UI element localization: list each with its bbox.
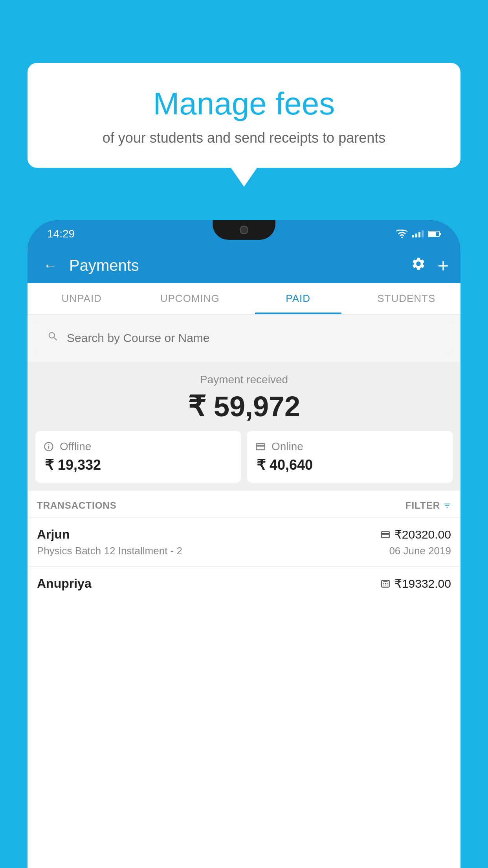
online-amount: ₹ 40,640	[255, 457, 445, 473]
status-icons	[396, 230, 441, 238]
transactions-label: TRANSACTIONS	[37, 500, 117, 511]
svg-rect-1	[429, 232, 436, 236]
offline-icon	[43, 441, 54, 452]
back-button[interactable]: ←	[39, 253, 61, 278]
notch	[213, 220, 275, 240]
offline-card: Offline ₹ 19,332	[35, 431, 241, 483]
top-bar: ← Payments +	[28, 248, 460, 283]
transaction-course: Physics Batch 12 Installment - 2	[37, 545, 182, 557]
online-label: Online	[272, 440, 303, 453]
filter-button[interactable]: FILTER	[405, 500, 451, 511]
transactions-header: TRANSACTIONS FILTER	[28, 491, 460, 517]
transaction-row[interactable]: Anupriya ₹19332.00	[28, 566, 460, 603]
offline-amount: ₹ 19,332	[43, 457, 233, 473]
add-button[interactable]: +	[438, 255, 449, 276]
payment-cards: Offline ₹ 19,332 Online ₹ 40,640	[35, 431, 453, 483]
search-bar[interactable]	[35, 322, 453, 354]
tab-paid[interactable]: PAID	[244, 283, 352, 314]
tab-upcoming[interactable]: UPCOMING	[136, 283, 244, 314]
battery-icon	[428, 230, 441, 237]
transaction-amount: ₹19332.00	[380, 577, 451, 590]
transaction-row[interactable]: Arjun ₹20320.00 Physics Batch 12 Install…	[28, 517, 460, 566]
settings-icon[interactable]	[411, 256, 426, 275]
transaction-date: 06 June 2019	[389, 545, 451, 557]
offline-payment-icon	[380, 579, 391, 589]
tab-students[interactable]: STUDENTS	[352, 283, 461, 314]
online-icon	[255, 441, 266, 452]
top-bar-actions: +	[411, 255, 449, 276]
tab-unpaid[interactable]: UNPAID	[28, 283, 136, 314]
card-payment-icon	[380, 530, 391, 540]
bubble-title: Manage fees	[47, 86, 441, 121]
status-bar: 14:29	[28, 220, 460, 248]
payment-received-label: Payment received	[35, 373, 453, 386]
search-input[interactable]	[67, 331, 441, 345]
app-content: ← Payments + UNPAID UPCOMING PAID STUDEN…	[28, 248, 460, 868]
payment-total: ₹ 59,972	[35, 390, 453, 423]
search-icon	[47, 331, 59, 346]
wifi-icon	[396, 230, 407, 238]
transaction-name: Arjun	[37, 527, 70, 542]
payment-summary: Payment received ₹ 59,972 Offline ₹ 19,3…	[28, 362, 460, 491]
phone-frame: 14:29 ←	[28, 220, 460, 868]
offline-label: Offline	[60, 440, 91, 453]
tab-bar: UNPAID UPCOMING PAID STUDENTS	[28, 283, 460, 314]
speech-bubble: Manage fees of your students and send re…	[28, 63, 460, 168]
online-card: Online ₹ 40,640	[247, 431, 453, 483]
signal-icon	[412, 230, 424, 237]
camera	[240, 226, 248, 234]
filter-icon	[443, 502, 451, 509]
transaction-amount: ₹20320.00	[380, 528, 451, 541]
status-time: 14:29	[47, 228, 75, 240]
page-title: Payments	[69, 257, 403, 274]
svg-rect-2	[440, 233, 441, 235]
transaction-name: Anupriya	[37, 576, 92, 591]
bubble-subtitle: of your students and send receipts to pa…	[47, 130, 441, 146]
